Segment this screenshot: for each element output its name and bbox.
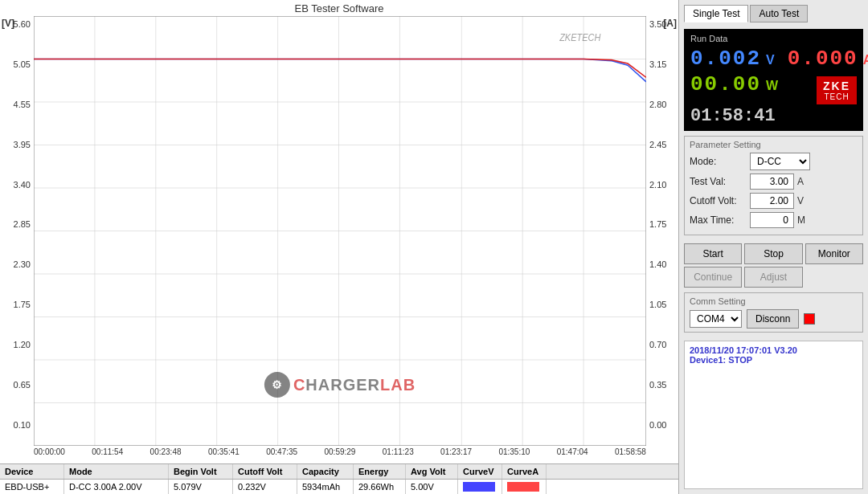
max-time-value: 0 — [750, 212, 794, 228]
y-left-4: 3.40 — [14, 180, 31, 190]
param-section-title: Parameter Setting — [690, 140, 858, 149]
comm-section: Comm Setting COM4 COM1 COM2 COM3 Disconn — [684, 292, 863, 333]
col-header-capacity: Capacity — [297, 464, 354, 479]
cell-mode: D-CC 3.00A 2.00V — [64, 480, 169, 494]
mode-select[interactable]: D-CC D-CP D-CR — [750, 153, 810, 170]
cell-cutoff-volt: 0.232V — [233, 480, 297, 494]
curvea-swatch — [507, 482, 539, 492]
col-header-cutoff: Cutoff Volt — [233, 464, 297, 479]
x-5: 00:59:29 — [324, 447, 355, 456]
x-9: 01:47:04 — [557, 447, 588, 456]
run-data-label: Run Data — [690, 34, 857, 43]
status-section: 2018/11/20 17:07:01 V3.20 Device1: STOP — [684, 341, 863, 489]
tab-single-test[interactable]: Single Test — [684, 5, 748, 22]
y-left-label: [V] — [2, 18, 14, 29]
chart-canvas: ZKETECH ⚙ CHARGERLAB — [34, 16, 646, 446]
run-data-row1: 0.002 V 0.000 A — [690, 47, 857, 71]
cell-curvev — [458, 480, 502, 494]
cell-capacity: 5934mAh — [297, 480, 354, 494]
voltage-value: 0.002 — [690, 47, 761, 71]
monitor-button[interactable]: Monitor — [805, 243, 863, 264]
x-3: 00:35:41 — [208, 447, 240, 456]
current-unit: A — [863, 53, 868, 67]
comm-row: COM4 COM1 COM2 COM3 Disconn — [690, 309, 858, 329]
test-val-row: Test Val: 3.00 A — [690, 174, 858, 190]
zke-logo-text2: TECH — [824, 92, 849, 101]
curvev-swatch — [463, 482, 495, 492]
y-right-5: 1.75 — [649, 219, 666, 229]
voltage-line — [34, 59, 646, 82]
table-area: Device Mode Begin Volt Cutoff Volt Capac… — [0, 463, 678, 494]
cell-begin-volt: 5.079V — [169, 480, 233, 494]
y-left-7: 1.75 — [14, 300, 31, 309]
cutoff-volt-value: 2.00 — [750, 193, 794, 209]
cutoff-volt-unit: V — [797, 195, 804, 206]
current-value: 0.000 — [788, 47, 858, 71]
y-right-1: 3.15 — [649, 59, 666, 69]
x-4: 00:47:35 — [266, 447, 297, 456]
adjust-button[interactable]: Adjust — [744, 267, 802, 288]
col-header-device: Device — [0, 464, 64, 479]
status-timestamp: 2018/11/20 17:07:01 V3.20 — [690, 345, 858, 355]
power-value: 00.00 — [690, 72, 761, 96]
col-header-curvev: CurveV — [458, 464, 502, 479]
x-2: 00:23:48 — [150, 447, 182, 456]
cutoff-volt-row: Cutoff Volt: 2.00 V — [690, 193, 858, 209]
max-time-unit: M — [797, 214, 805, 226]
y-left-1: 5.05 — [14, 59, 31, 69]
y-right-3: 2.45 — [649, 140, 666, 149]
test-val-label: Test Val: — [690, 176, 750, 187]
zketech-watermark: ZKETECH — [559, 32, 601, 43]
comm-indicator — [804, 313, 815, 325]
mode-label: Mode: — [690, 156, 750, 167]
col-header-avg: Avg Volt — [406, 464, 458, 479]
voltage-unit: V — [766, 53, 775, 67]
col-header-curvea: CurveA — [502, 464, 547, 479]
col-header-begin: Begin Volt — [169, 464, 233, 479]
comm-port-select[interactable]: COM4 COM1 COM2 COM3 — [690, 310, 742, 328]
zke-logo: ZKE TECH — [817, 76, 857, 104]
table-header: Device Mode Begin Volt Cutoff Volt Capac… — [0, 464, 678, 480]
y-right-4: 2.10 — [649, 180, 666, 190]
x-axis: 00:00:00 00:11:54 00:23:48 00:35:41 00:4… — [0, 446, 678, 463]
start-button[interactable]: Start — [684, 243, 742, 264]
continue-button[interactable]: Continue — [684, 267, 742, 288]
col-header-mode: Mode — [64, 464, 169, 479]
cutoff-volt-label: Cutoff Volt: — [690, 195, 750, 206]
y-axis-right: [A] 3.50 3.15 2.80 2.45 2.10 1.75 1.40 1… — [646, 16, 678, 446]
y-right-9: 0.35 — [649, 380, 666, 390]
status-device: Device1: STOP — [690, 355, 858, 365]
y-left-6: 2.30 — [14, 259, 31, 269]
cell-energy: 29.66Wh — [354, 480, 406, 494]
stop-button[interactable]: Stop — [744, 243, 802, 264]
mode-row: Mode: D-CC D-CP D-CR — [690, 153, 858, 170]
tab-auto-test[interactable]: Auto Test — [750, 5, 808, 22]
y-left-3: 3.95 — [14, 140, 31, 149]
y-axis-left: [V] 5.60 5.05 4.55 3.95 3.40 2.85 2.30 1… — [0, 16, 34, 446]
chargerlab-watermark: ⚙ CHARGERLAB — [264, 372, 416, 398]
zke-logo-text1: ZKE — [823, 80, 850, 92]
x-1: 00:11:54 — [92, 447, 123, 456]
cell-curvea — [502, 480, 547, 494]
chargerlab-text: CHARGERLAB — [293, 376, 416, 394]
x-10: 01:58:58 — [615, 447, 646, 456]
tabs-row: Single Test Auto Test — [684, 5, 863, 22]
y-left-2: 4.55 — [14, 100, 31, 109]
y-right-6: 1.40 — [649, 259, 666, 269]
disconn-button[interactable]: Disconn — [747, 309, 799, 329]
y-left-5: 2.85 — [14, 219, 31, 229]
y-right-7: 1.05 — [649, 300, 666, 309]
x-0: 00:00:00 — [34, 447, 65, 456]
y-left-0: 5.60 — [14, 19, 31, 29]
run-data-row2: 00.00 W ZKE TECH — [690, 72, 857, 104]
chargerlab-icon: ⚙ — [264, 372, 290, 398]
max-time-row: Max Time: 0 M — [690, 212, 858, 228]
run-data-row3: 01:58:41 — [690, 106, 857, 126]
action-buttons: Start Stop Monitor Continue Adjust — [684, 243, 863, 288]
right-panel: Single Test Auto Test Run Data 0.002 V 0… — [679, 0, 868, 494]
y-left-9: 0.65 — [14, 380, 31, 390]
x-7: 01:23:17 — [440, 447, 472, 456]
y-left-8: 1.20 — [14, 340, 31, 349]
run-data-section: Run Data 0.002 V 0.000 A 00.00 W ZKE TEC… — [684, 29, 863, 131]
cell-device: EBD-USB+ — [0, 480, 64, 494]
